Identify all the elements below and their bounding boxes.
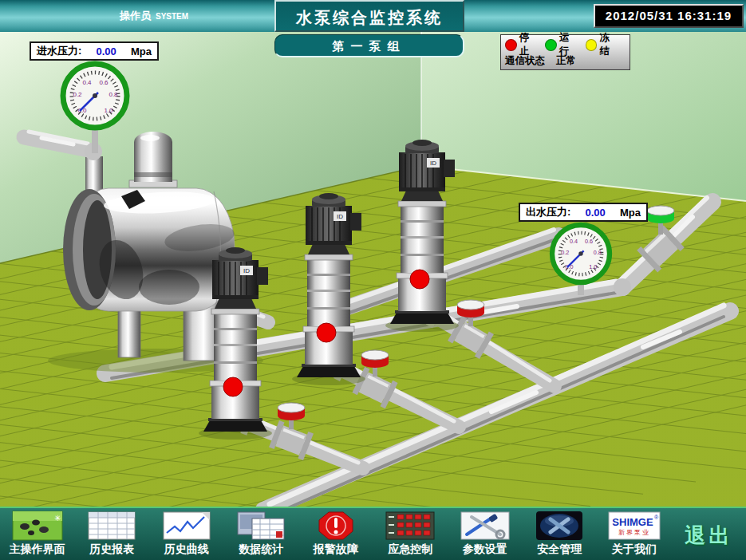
operator-info: 操作员SYSTEM [120, 9, 188, 23]
history-report-button[interactable]: 历史报表 [75, 508, 150, 560]
data-statistics-icon [236, 511, 286, 541]
alarm-fault-button[interactable]: 报警故障 [298, 508, 373, 560]
toolbar-button-label: 历史报表 [89, 542, 134, 557]
toolbar-button-label: 主操作界面 [10, 542, 65, 557]
brand-subtext: 新界泵业 [618, 529, 650, 536]
main-screen-button[interactable]: ✳ 主操作界面 [0, 508, 75, 560]
toolbar-button-label: 历史曲线 [164, 542, 209, 557]
toolbar-button-label: 安全管理 [537, 542, 582, 557]
inlet-pressure-unit: Mpa [131, 45, 152, 57]
status-legend: 停止 运行 冻结 通信状态 正常 [500, 34, 630, 70]
pump-room-scene: ID 0.0 0.2 0.4 0.6 0.8 1.0 [0, 0, 746, 560]
inlet-pressure-gauge [63, 64, 127, 128]
brand-text: SHIMGE [612, 516, 653, 528]
exit-button[interactable]: 退出 [672, 508, 746, 560]
outlet-pressure-gauge [552, 225, 610, 282]
outlet-pressure-value: 0.00 [586, 207, 606, 219]
data-statistics-button[interactable]: 数据统计 [224, 508, 299, 560]
operator-label: 操作员 [120, 10, 151, 22]
comm-status-label: 通信状态 [505, 54, 545, 68]
emergency-control-button[interactable]: 应急控制 [373, 508, 448, 560]
about-us-button[interactable]: SHIMGE ® 新界泵业 关于我们 [597, 508, 672, 560]
valve-handwheel[interactable] [361, 350, 389, 368]
outlet-pressure-unit: Mpa [620, 207, 641, 219]
datetime-display: 2012/05/31 16:31:19 [594, 4, 744, 28]
toolbar-button-label: 报警故障 [314, 542, 358, 557]
pump-group-subtitle: 第一泵组 [274, 34, 464, 57]
parameter-settings-button[interactable]: 参数设置 [448, 508, 523, 560]
valve-handwheel[interactable] [278, 403, 305, 420]
history-report-icon [88, 511, 136, 540]
inlet-pressure-value: 0.00 [97, 45, 116, 57]
toolbar-button-label: 参数设置 [463, 542, 507, 557]
operator-account: SYSTEM [156, 12, 188, 21]
toolbar-button-label: 数据统计 [239, 542, 283, 557]
history-curve-button[interactable]: 历史曲线 [149, 508, 224, 560]
toolbar-button-label: 应急控制 [388, 542, 432, 557]
history-curve-icon [163, 511, 211, 540]
alarm-fault-icon [317, 511, 355, 541]
outlet-pressure-label: 出水压力: [526, 205, 570, 219]
bottom-toolbar: ✳ 主操作界面 历史报表 历史曲线 [0, 507, 746, 560]
security-management-button[interactable]: 安全管理 [523, 508, 598, 560]
hmi-screen: ID 0.0 0.2 0.4 0.6 0.8 1.0 [0, 0, 746, 560]
inlet-pressure-label: 进水压力: [37, 44, 81, 58]
header-bar: 操作员SYSTEM 水泵综合监控系统 2012/05/31 16:31:19 [0, 0, 746, 32]
outlet-pressure-display: 出水压力: 0.00 Mpa [519, 203, 648, 222]
freeze-status-dot [586, 39, 598, 51]
about-us-icon: SHIMGE ® 新界泵业 [608, 511, 661, 540]
valve-handwheel[interactable] [457, 300, 484, 317]
svg-text:✳: ✳ [54, 514, 61, 523]
page-title: 水泵综合监控系统 [274, 0, 464, 32]
run-status-dot [545, 39, 557, 51]
stop-status-dot [505, 39, 517, 51]
exit-button-label: 退出 [685, 522, 732, 550]
emergency-control-icon [385, 511, 435, 540]
toolbar-button-label: 关于我们 [612, 542, 657, 557]
security-management-icon [535, 511, 583, 541]
outlet-valve-handwheel[interactable] [647, 206, 674, 223]
home-screen-icon: ✳ [12, 511, 63, 541]
legend-item-freeze: 冻结 [586, 31, 619, 58]
inlet-pressure-display: 进水压力: 0.00 Mpa [30, 41, 159, 61]
comm-status-value: 正常 [556, 54, 576, 68]
legend-label: 冻结 [599, 31, 619, 58]
registered-mark: ® [654, 515, 659, 520]
parameter-settings-icon [460, 511, 510, 540]
